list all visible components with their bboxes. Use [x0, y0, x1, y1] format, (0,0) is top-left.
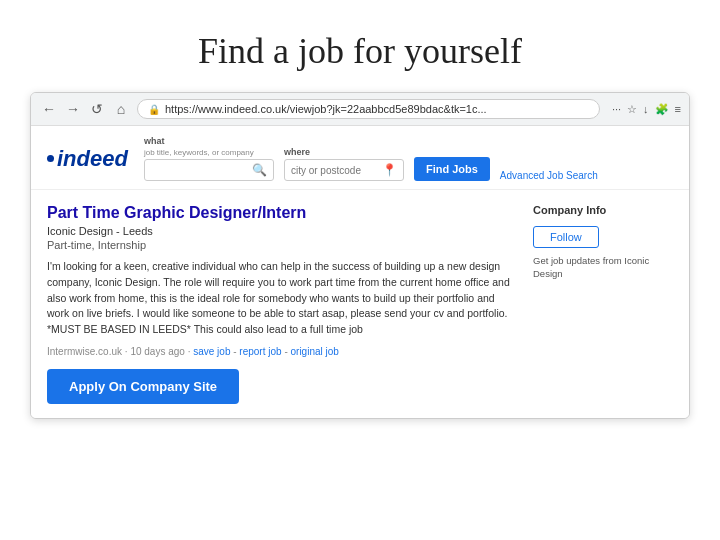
- url-text: https://www.indeed.co.uk/viewjob?jk=22aa…: [165, 103, 589, 115]
- what-label: what: [144, 136, 274, 146]
- find-jobs-button[interactable]: Find Jobs: [414, 157, 490, 181]
- refresh-button[interactable]: ↺: [87, 99, 107, 119]
- where-input[interactable]: [291, 165, 382, 176]
- what-input[interactable]: [151, 165, 252, 176]
- job-updates-text: Get job updates from Iconic Design: [533, 254, 673, 281]
- job-footer: Intermwise.co.uk · 10 days ago · save jo…: [47, 346, 513, 357]
- apply-button[interactable]: Apply On Company Site: [47, 369, 239, 404]
- search-icon[interactable]: 🔍: [252, 163, 267, 177]
- original-job-link[interactable]: original job: [291, 346, 339, 357]
- where-label: where: [284, 147, 404, 157]
- company-sidebar: Company Info Follow Get job updates from…: [533, 204, 673, 404]
- download-button[interactable]: ↓: [643, 103, 649, 115]
- browser-content: indeed what job title, keywords, or comp…: [31, 126, 689, 418]
- advanced-search-link[interactable]: Advanced Job Search: [500, 170, 598, 181]
- bookmark-button[interactable]: ☆: [627, 103, 637, 116]
- what-field: what job title, keywords, or company 🔍: [144, 136, 274, 181]
- job-content: Part Time Graphic Designer/Intern Iconic…: [31, 190, 689, 418]
- extensions-button[interactable]: 🧩: [655, 103, 669, 116]
- home-button[interactable]: ⌂: [111, 99, 131, 119]
- follow-button[interactable]: Follow: [533, 226, 599, 248]
- where-input-wrapper: 📍: [284, 159, 404, 181]
- indeed-logo: indeed: [47, 146, 128, 172]
- back-button[interactable]: ←: [39, 99, 59, 119]
- what-sublabel: job title, keywords, or company: [144, 148, 274, 157]
- indeed-logo-dot: [47, 155, 54, 162]
- indeed-header: indeed what job title, keywords, or comp…: [31, 126, 689, 190]
- lock-icon: 🔒: [148, 104, 160, 115]
- job-source: Intermwise.co.uk: [47, 346, 122, 357]
- address-bar[interactable]: 🔒 https://www.indeed.co.uk/viewjob?jk=22…: [137, 99, 600, 119]
- job-description: I'm looking for a keen, creative individ…: [47, 259, 513, 338]
- job-title: Part Time Graphic Designer/Intern: [47, 204, 513, 222]
- more-button[interactable]: ···: [612, 103, 621, 115]
- location-icon: 📍: [382, 163, 397, 177]
- job-company: Iconic Design - Leeds: [47, 225, 513, 237]
- job-time: · 10 days ago ·: [125, 346, 193, 357]
- forward-button[interactable]: →: [63, 99, 83, 119]
- browser-chrome: ← → ↺ ⌂ 🔒 https://www.indeed.co.uk/viewj…: [31, 93, 689, 126]
- menu-button[interactable]: ≡: [675, 103, 681, 115]
- browser-actions: ··· ☆ ↓ 🧩 ≡: [612, 103, 681, 116]
- browser-window: ← → ↺ ⌂ 🔒 https://www.indeed.co.uk/viewj…: [30, 92, 690, 419]
- save-job-link[interactable]: save job: [193, 346, 230, 357]
- job-main: Part Time Graphic Designer/Intern Iconic…: [47, 204, 513, 404]
- company-info-title: Company Info: [533, 204, 673, 216]
- report-job-link[interactable]: report job: [239, 346, 281, 357]
- what-input-wrapper: 🔍: [144, 159, 274, 181]
- where-field: where 📍: [284, 147, 404, 181]
- job-type: Part-time, Internship: [47, 239, 513, 251]
- indeed-logo-text: indeed: [57, 146, 128, 172]
- search-section: what job title, keywords, or company 🔍 w…: [144, 136, 673, 181]
- page-title: Find a job for yourself: [0, 0, 720, 92]
- nav-buttons: ← → ↺ ⌂: [39, 99, 131, 119]
